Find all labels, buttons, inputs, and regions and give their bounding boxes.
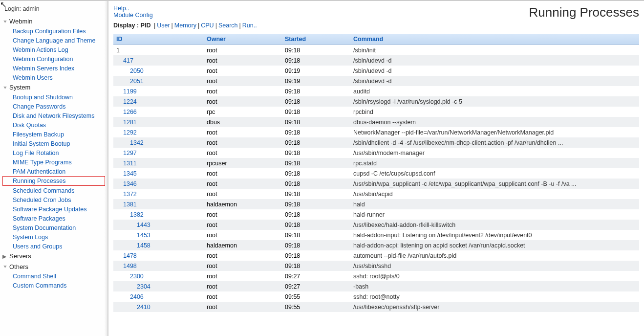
- nav-item[interactable]: System Logs: [2, 232, 105, 242]
- started-cell: 09:18: [282, 158, 350, 168]
- pid-link[interactable]: 2051: [130, 78, 144, 85]
- display-option-memory[interactable]: Memory: [174, 22, 196, 29]
- nav-item[interactable]: Webmin Configuration: [2, 54, 105, 64]
- nav-item[interactable]: PAM Authentication: [2, 167, 105, 176]
- pid-link[interactable]: 1281: [123, 119, 137, 126]
- nav-item[interactable]: Log File Rotation: [2, 148, 105, 157]
- pid-link[interactable]: 2406: [130, 293, 144, 300]
- pid-link[interactable]: 1382: [130, 211, 144, 218]
- category-system[interactable]: System: [2, 82, 105, 92]
- col-owner[interactable]: Owner: [204, 34, 282, 45]
- nav-item[interactable]: Disk Quotas: [2, 120, 105, 130]
- col-id[interactable]: ID: [113, 34, 204, 45]
- category-servers[interactable]: Servers: [2, 251, 105, 261]
- login-info: Login: admin: [2, 4, 105, 16]
- started-cell: 09:55: [282, 291, 350, 302]
- pid-link[interactable]: 1311: [123, 160, 137, 167]
- display-option-search[interactable]: Search: [218, 22, 238, 29]
- nav-item[interactable]: Custom Commands: [2, 281, 105, 291]
- nav-item[interactable]: Running Processes: [2, 176, 105, 186]
- nav-item[interactable]: Filesystem Backup: [2, 130, 105, 139]
- started-cell: 09:18: [282, 189, 350, 199]
- pid-link[interactable]: 417: [123, 57, 133, 64]
- help-link[interactable]: Help..: [113, 5, 129, 12]
- nav-item[interactable]: Users and Groups: [2, 242, 105, 251]
- nav-item[interactable]: Change Language and Theme: [2, 36, 105, 45]
- command-cell: /usr/sbin/acpid: [350, 189, 639, 199]
- nav-item[interactable]: Webmin Users: [2, 73, 105, 82]
- nav-item[interactable]: Webmin Actions Log: [2, 45, 105, 54]
- owner-cell: rpc: [204, 107, 282, 117]
- owner-cell: root: [204, 302, 282, 312]
- owner-cell: root: [204, 209, 282, 220]
- nav-item[interactable]: Change Passwords: [2, 102, 105, 111]
- started-cell: 09:18: [282, 117, 350, 127]
- owner-cell: root: [204, 137, 282, 148]
- pid-link[interactable]: 1498: [123, 263, 137, 269]
- category-label: System: [9, 84, 30, 91]
- display-mode-row: Display : PID |User|Memory|CPU|Search|Ru…: [113, 22, 639, 29]
- pid-link[interactable]: 2304: [137, 283, 150, 290]
- category-others[interactable]: Others: [2, 262, 105, 272]
- pid-link[interactable]: 1381: [123, 201, 137, 208]
- category-label: Others: [9, 263, 28, 270]
- nav-item[interactable]: Software Packages: [2, 214, 105, 223]
- owner-cell: root: [204, 148, 282, 158]
- pid-link[interactable]: 1372: [123, 191, 137, 198]
- pid-link[interactable]: 1453: [137, 232, 150, 239]
- owner-cell: root: [204, 55, 282, 66]
- started-cell: 09:18: [282, 55, 350, 66]
- nav-item[interactable]: MIME Type Programs: [2, 157, 105, 167]
- pid-link[interactable]: 2300: [130, 273, 144, 280]
- nav-item[interactable]: Command Shell: [2, 272, 105, 281]
- col-started[interactable]: Started: [282, 34, 350, 45]
- category-webmin[interactable]: Webmin: [2, 16, 105, 26]
- nav-item[interactable]: Scheduled Cron Jobs: [2, 195, 105, 204]
- pid-link[interactable]: 1443: [137, 222, 150, 228]
- table-row: 1224root09:18/sbin/rsyslogd -i /var/run/…: [113, 96, 639, 107]
- display-option-run[interactable]: Run..: [242, 22, 257, 29]
- chevron-down-icon: [2, 19, 9, 24]
- command-cell: cupsd -C /etc/cups/cupsd.conf: [350, 168, 639, 179]
- command-cell: rpcbind: [350, 107, 639, 117]
- display-option-user[interactable]: User: [157, 22, 170, 29]
- nav-item[interactable]: System Documentation: [2, 223, 105, 232]
- nav-item[interactable]: Webmin Servers Index: [2, 64, 105, 73]
- module-config-link[interactable]: Module Config: [113, 12, 153, 19]
- pid-link[interactable]: 2410: [137, 304, 150, 311]
- table-row: 2304root09:27-bash: [113, 281, 639, 291]
- owner-cell: root: [204, 86, 282, 96]
- command-cell: auditd: [350, 86, 639, 96]
- pid-link[interactable]: 1346: [123, 180, 137, 187]
- pid-link[interactable]: 1266: [123, 109, 137, 115]
- table-row: 1199root09:18auditd: [113, 86, 639, 96]
- pid-link[interactable]: 1345: [123, 170, 137, 177]
- nav-item[interactable]: Scheduled Commands: [2, 186, 105, 195]
- pid-link[interactable]: 1297: [123, 150, 137, 157]
- owner-cell: rpcuser: [204, 158, 282, 168]
- table-row: 2050root09:19/sbin/udevd -d: [113, 66, 639, 76]
- table-row: 2300root09:27sshd: root@pts/0: [113, 271, 639, 281]
- nav-item[interactable]: Software Package Updates: [2, 204, 105, 214]
- pid-link[interactable]: 2050: [130, 67, 144, 74]
- pid-link[interactable]: 1478: [123, 252, 137, 259]
- separator: |: [152, 22, 157, 29]
- command-cell: /sbin/dhclient -d -4 -sf /usr/libexec/nm…: [350, 137, 639, 148]
- nav-item[interactable]: Initial System Bootup: [2, 139, 105, 148]
- pid-link[interactable]: 1199: [123, 88, 137, 95]
- pid-link[interactable]: 1342: [130, 139, 144, 146]
- owner-cell: root: [204, 76, 282, 86]
- col-command[interactable]: Command: [350, 34, 639, 45]
- nav-item[interactable]: Disk and Network Filesystems: [2, 111, 105, 120]
- started-cell: 09:18: [282, 148, 350, 158]
- display-option-cpu[interactable]: CPU: [201, 22, 214, 29]
- started-cell: 09:18: [282, 107, 350, 117]
- main-content: Help.. Module Config Running Processes D…: [108, 1, 644, 336]
- nav-item[interactable]: Bootup and Shutdown: [2, 92, 105, 102]
- chevron-right-icon: [2, 253, 9, 260]
- pid-link[interactable]: 1224: [123, 98, 137, 105]
- pid-link[interactable]: 1458: [137, 242, 150, 249]
- nav-item[interactable]: Backup Configuration Files: [2, 26, 105, 36]
- table-row: 1311rpcuser09:18rpc.statd: [113, 158, 639, 168]
- pid-link[interactable]: 1292: [123, 129, 137, 136]
